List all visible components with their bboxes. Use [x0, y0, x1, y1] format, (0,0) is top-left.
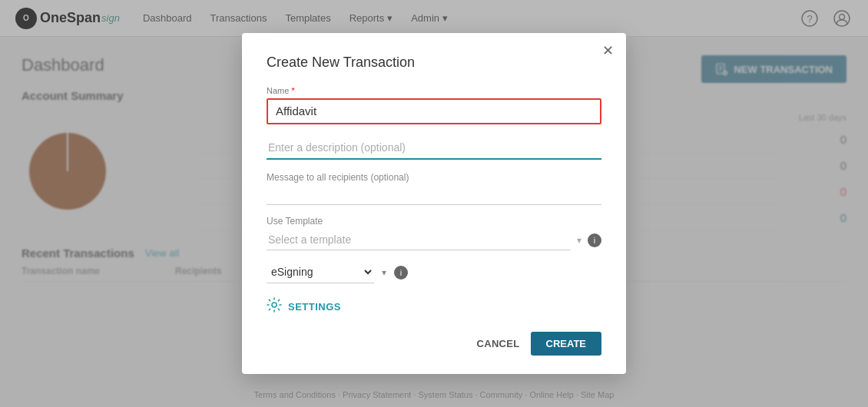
svg-point-13 — [272, 303, 277, 307]
template-select[interactable]: Select a template — [267, 230, 571, 250]
modal-footer: CANCEL CREATE — [267, 332, 601, 356]
modal-overlay: ✕ Create New Transaction Name * Message … — [0, 0, 868, 407]
modal-title: Create New Transaction — [267, 55, 601, 71]
description-input[interactable] — [267, 137, 601, 160]
settings-row[interactable]: SETTINGS — [267, 297, 601, 316]
message-section: Message to all recipients (optional) — [267, 172, 601, 205]
cancel-button[interactable]: CANCEL — [477, 338, 520, 349]
message-input[interactable] — [267, 186, 601, 205]
name-input[interactable] — [276, 104, 592, 117]
message-label: Message to all recipients (optional) — [267, 172, 601, 183]
dropdown-arrow-icon: ▾ — [577, 235, 581, 246]
template-info-icon[interactable]: i — [588, 233, 601, 247]
description-field-group — [267, 137, 601, 160]
template-select-row: Select a template ▾ i — [267, 230, 601, 250]
name-field-group: Name * — [267, 86, 601, 124]
template-section: Use Template Select a template ▾ i — [267, 216, 601, 250]
modal-create-transaction: ✕ Create New Transaction Name * Message … — [242, 33, 626, 374]
esigning-info-icon[interactable]: i — [394, 266, 408, 280]
esigning-row: eSigning ▾ i — [267, 261, 601, 283]
esigning-select[interactable]: eSigning — [267, 261, 374, 283]
name-field-box — [267, 98, 601, 124]
settings-gear-icon — [267, 297, 282, 316]
create-button[interactable]: CREATE — [531, 332, 601, 356]
esigning-arrow-icon: ▾ — [382, 267, 386, 278]
modal-close-button[interactable]: ✕ — [602, 44, 614, 58]
template-label: Use Template — [267, 216, 601, 227]
name-label: Name * — [267, 86, 601, 95]
settings-label: SETTINGS — [288, 301, 341, 313]
